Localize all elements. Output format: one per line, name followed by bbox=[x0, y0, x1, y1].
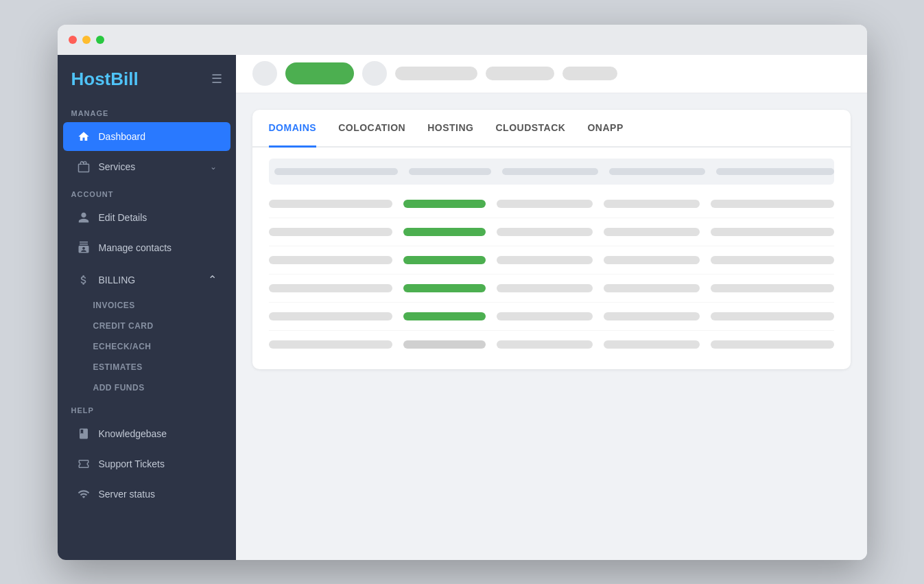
wifi-icon bbox=[77, 487, 91, 501]
row-status-green bbox=[403, 228, 486, 236]
row-status-green bbox=[403, 284, 486, 292]
manage-contacts-label: Manage contacts bbox=[99, 242, 172, 253]
content-area: DOMAINS COLOCATION HOSTING CLOUDSTACK ON… bbox=[236, 55, 867, 560]
row-col4 bbox=[604, 284, 700, 292]
nav-bar-3 bbox=[562, 67, 617, 80]
dollar-icon bbox=[77, 273, 91, 287]
support-tickets-label: Support Tickets bbox=[99, 458, 165, 469]
logo-bill: Bill bbox=[110, 69, 138, 89]
nav-bar-2 bbox=[486, 67, 554, 80]
services-chevron-icon: ⌄ bbox=[210, 162, 217, 172]
row-col3 bbox=[497, 200, 593, 208]
hamburger-icon[interactable]: ☰ bbox=[211, 71, 222, 86]
sidebar-item-server-status[interactable]: Server status bbox=[63, 480, 230, 509]
row-col3 bbox=[497, 228, 593, 236]
header-col5 bbox=[716, 168, 834, 175]
main-content: DOMAINS COLOCATION HOSTING CLOUDSTACK ON… bbox=[236, 93, 867, 560]
row-col3 bbox=[497, 284, 593, 292]
services-label: Services bbox=[99, 161, 136, 172]
knowledgebase-label: Knowledgebase bbox=[99, 428, 167, 439]
close-dot[interactable] bbox=[69, 36, 77, 44]
row-col1 bbox=[269, 284, 392, 292]
row-col1 bbox=[269, 340, 392, 349]
billing-chevron-icon: ⌃ bbox=[208, 273, 217, 286]
billing-label: BILLING bbox=[99, 275, 136, 285]
sidebar-item-dashboard[interactable]: Dashboard bbox=[63, 122, 230, 151]
services-icon bbox=[77, 160, 91, 174]
table-row bbox=[269, 331, 834, 358]
row-status-green bbox=[403, 312, 486, 320]
sidebar-sub-add-funds[interactable]: ADD FUNDS bbox=[58, 377, 236, 398]
tab-domains[interactable]: DOMAINS bbox=[269, 110, 317, 148]
row-col4 bbox=[604, 256, 700, 264]
table-area bbox=[252, 148, 851, 369]
nav-circle-2 bbox=[362, 61, 387, 86]
add-funds-label: ADD FUNDS bbox=[93, 383, 145, 393]
sidebar-item-support-tickets[interactable]: Support Tickets bbox=[63, 449, 230, 478]
logo: HostBill bbox=[71, 69, 139, 90]
row-col5 bbox=[711, 284, 834, 292]
invoices-label: INVOICES bbox=[93, 301, 135, 310]
row-col4 bbox=[604, 340, 700, 349]
table-row bbox=[269, 190, 834, 218]
row-col3 bbox=[497, 312, 593, 320]
table-row bbox=[269, 303, 834, 331]
nav-active-pill[interactable] bbox=[285, 62, 354, 84]
row-col1 bbox=[269, 256, 392, 264]
row-status-green bbox=[403, 256, 486, 264]
server-status-label: Server status bbox=[99, 489, 155, 500]
row-col4 bbox=[604, 200, 700, 208]
top-nav bbox=[236, 55, 867, 93]
minimize-dot[interactable] bbox=[82, 36, 91, 44]
header-col2 bbox=[409, 168, 491, 175]
table-row bbox=[269, 246, 834, 275]
browser-chrome bbox=[58, 25, 867, 55]
sidebar-item-knowledgebase[interactable]: Knowledgebase bbox=[63, 419, 230, 448]
row-col5 bbox=[711, 228, 834, 236]
table-header bbox=[269, 159, 834, 185]
sidebar-sub-estimates[interactable]: ESTIMATES bbox=[58, 357, 236, 377]
table-row bbox=[269, 275, 834, 303]
row-status-gray bbox=[403, 340, 486, 349]
logo-host: Host bbox=[71, 69, 111, 89]
sidebar-sub-echeck[interactable]: ECHECK/ACH bbox=[58, 336, 236, 357]
row-col4 bbox=[604, 312, 700, 320]
logo-area: HostBill ☰ bbox=[58, 55, 236, 101]
echeck-label: ECHECK/ACH bbox=[93, 342, 152, 351]
credit-card-label: CREDIT CARD bbox=[93, 321, 154, 331]
tabs-bar: DOMAINS COLOCATION HOSTING CLOUDSTACK ON… bbox=[252, 110, 851, 148]
manage-section-label: MANAGE bbox=[58, 101, 236, 121]
sidebar-item-services[interactable]: Services ⌄ bbox=[63, 152, 230, 181]
contacts-icon bbox=[77, 241, 91, 255]
person-icon bbox=[77, 211, 91, 224]
ticket-icon bbox=[77, 457, 91, 471]
content-card: DOMAINS COLOCATION HOSTING CLOUDSTACK ON… bbox=[252, 110, 851, 369]
header-col1 bbox=[274, 168, 398, 175]
table-row bbox=[269, 218, 834, 246]
browser-window: HostBill ☰ MANAGE Dashboard Services ⌄ bbox=[58, 25, 867, 560]
row-col3 bbox=[497, 340, 593, 349]
sidebar-sub-invoices[interactable]: INVOICES bbox=[58, 295, 236, 316]
row-col5 bbox=[711, 200, 834, 208]
row-col1 bbox=[269, 200, 392, 208]
tab-onapp[interactable]: ONAPP bbox=[587, 110, 623, 148]
row-col4 bbox=[604, 228, 700, 236]
sidebar-sub-credit-card[interactable]: CREDIT CARD bbox=[58, 316, 236, 336]
row-col5 bbox=[711, 256, 834, 264]
sidebar-item-edit-details[interactable]: Edit Details bbox=[63, 203, 230, 232]
nav-avatar bbox=[252, 61, 277, 86]
estimates-label: ESTIMATES bbox=[93, 362, 143, 372]
sidebar-item-manage-contacts[interactable]: Manage contacts bbox=[63, 233, 230, 262]
row-col5 bbox=[711, 312, 834, 320]
main-layout: HostBill ☰ MANAGE Dashboard Services ⌄ bbox=[58, 55, 867, 560]
tab-cloudstack[interactable]: CLOUDSTACK bbox=[495, 110, 565, 148]
tab-hosting[interactable]: HOSTING bbox=[427, 110, 473, 148]
sidebar-item-billing[interactable]: BILLING ⌃ bbox=[63, 266, 230, 294]
dashboard-label: Dashboard bbox=[99, 131, 146, 142]
row-status-green bbox=[403, 200, 486, 208]
sidebar: HostBill ☰ MANAGE Dashboard Services ⌄ bbox=[58, 55, 236, 560]
tab-colocation[interactable]: COLOCATION bbox=[338, 110, 405, 148]
account-section-label: ACCOUNT bbox=[58, 182, 236, 202]
maximize-dot[interactable] bbox=[96, 36, 104, 44]
home-icon bbox=[77, 130, 91, 143]
